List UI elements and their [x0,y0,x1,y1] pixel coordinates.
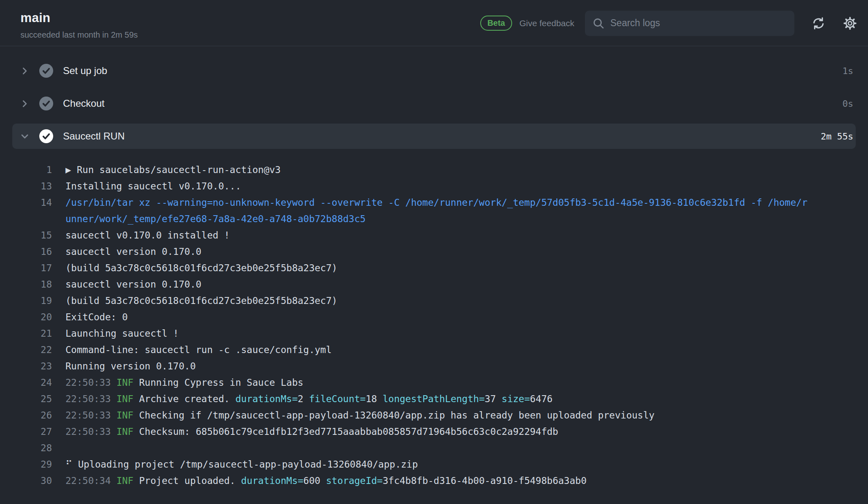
refresh-logs-button[interactable] [812,16,825,30]
log-line: 29⠋ Uploading project /tmp/saucectl-app-… [0,456,868,473]
log-line-number[interactable]: 19 [0,292,52,309]
check-circle-icon [39,64,53,78]
log-lines: 1▶ Run saucelabs/saucectl-run-action@v31… [0,153,868,489]
log-line: 1▶ Run saucelabs/saucectl-run-action@v3 [0,162,868,178]
log-line: 15saucectl v0.170.0 installed ! [0,227,868,243]
log-line-number[interactable]: 13 [0,178,52,194]
log-line-text: saucectl v0.170.0 installed ! [65,227,230,243]
log-line: 18saucectl version 0.170.0 [0,276,868,292]
log-line: 2522:50:33 INF Archive created. duration… [0,391,868,407]
log-line-text: 22:50:33 INF Checksum: 685b061c79ce1dfb1… [65,423,558,440]
log-line-number[interactable]: 27 [0,423,52,440]
log-line-text: saucectl version 0.170.0 [65,243,201,260]
log-line: 19(build 5a3c78c0c5618c01f6cd27c3eb0e25f… [0,292,868,309]
log-line-number[interactable]: 15 [0,227,52,243]
steps-list: Set up job1sCheckout0sSaucectl RUN2m 55s [0,46,868,149]
chevron-right-icon [19,65,30,76]
header-controls: Beta Give feedback [480,0,857,46]
log-line: 16saucectl version 0.170.0 [0,243,868,260]
log-line-number[interactable]: 21 [0,325,52,342]
log-line-text: saucectl version 0.170.0 [65,276,201,292]
log-line-text: /usr/bin/tar xz --warning=no-unknown-key… [65,194,811,227]
log-line-number[interactable]: 22 [0,342,52,358]
log-line: 2422:50:33 INF Running Cypress in Sauce … [0,374,868,391]
log-line-text: ⠋ Uploading project /tmp/saucectl-app-pa… [65,456,418,473]
log-line-text: (build 5a3c78c0c5618c01f6cd27c3eb0e25f5b… [65,260,337,276]
page-title: main [20,11,138,25]
log-line-text: Command-line: saucectl run -c .sauce/con… [65,342,332,358]
log-line-text: ExitCode: 0 [65,309,128,325]
step-row-set-up-job[interactable]: Set up job1s [0,54,868,87]
log-line: 21Launching saucectl ! [0,325,868,342]
log-line-text: Running version 0.170.0 [65,358,196,374]
log-settings-button[interactable] [843,16,857,31]
beta-badge: Beta [480,16,512,31]
step-duration: 0s [843,99,854,109]
log-line-text: 22:50:33 INF Checking if /tmp/saucectl-a… [65,407,654,423]
log-line-text: Installing saucectl v0.170.0... [65,178,241,194]
check-circle-icon [39,97,53,110]
log-line: 14/usr/bin/tar xz --warning=no-unknown-k… [0,194,868,227]
log-line-number[interactable]: 18 [0,276,52,292]
gear-icon [843,16,857,31]
log-line-number[interactable]: 16 [0,243,52,260]
log-line: 20ExitCode: 0 [0,309,868,325]
log-line-text: 22:50:33 INF Running Cypress in Sauce La… [65,374,304,391]
search-logs-box[interactable] [585,11,794,36]
run-title-block: main succeeded last month in 2m 59s [20,11,138,40]
log-line-number[interactable]: 20 [0,309,52,325]
log-line-number[interactable]: 17 [0,260,52,276]
step-row-checkout[interactable]: Checkout0s [0,87,868,120]
log-line-number[interactable]: 30 [0,473,52,489]
search-logs-input[interactable] [610,18,787,29]
step-duration: 1s [843,66,854,76]
check-circle-icon [39,129,53,143]
log-line: 2622:50:33 INF Checking if /tmp/saucectl… [0,407,868,423]
log-line-number[interactable]: 14 [0,194,52,211]
chevron-down-icon [19,131,30,142]
log-line-text: Launching saucectl ! [65,325,179,342]
step-row-saucectl-run[interactable]: Saucectl RUN2m 55s [12,124,856,149]
log-line-text: ▶ Run saucelabs/saucectl-run-action@v3 [65,162,281,178]
step-label: Checkout [63,98,104,109]
log-line-text: (build 5a3c78c0c5618c01f6cd27c3eb0e25f5b… [65,292,337,309]
log-line-number[interactable]: 24 [0,374,52,391]
log-line-number[interactable]: 29 [0,456,52,473]
run-status-summary: succeeded last month in 2m 59s [20,30,138,40]
log-line-number[interactable]: 28 [0,440,52,456]
log-line: 13Installing saucectl v0.170.0... [0,178,868,194]
step-label: Saucectl RUN [63,130,125,142]
step-duration: 2m 55s [821,131,853,142]
run-header: main succeeded last month in 2m 59s Beta… [0,0,868,46]
log-line: 2722:50:33 INF Checksum: 685b061c79ce1df… [0,423,868,440]
log-line-number[interactable]: 26 [0,407,52,423]
log-line-text: 22:50:34 INF Project uploaded. durationM… [65,473,587,489]
step-label: Set up job [63,65,107,76]
log-line: 22Command-line: saucectl run -c .sauce/c… [0,342,868,358]
log-line-number[interactable]: 25 [0,391,52,407]
search-icon [592,17,605,29]
chevron-right-icon [19,98,30,109]
refresh-icon [812,16,825,30]
log-line-number[interactable]: 23 [0,358,52,374]
give-feedback-link[interactable]: Give feedback [519,18,574,28]
log-line: 3022:50:34 INF Project uploaded. duratio… [0,473,868,489]
log-line: 28 [0,440,868,456]
log-line-number[interactable]: 1 [0,162,52,178]
log-line: 23Running version 0.170.0 [0,358,868,374]
log-line-text: 22:50:33 INF Archive created. durationMs… [65,391,553,407]
log-line: 17(build 5a3c78c0c5618c01f6cd27c3eb0e25f… [0,260,868,276]
